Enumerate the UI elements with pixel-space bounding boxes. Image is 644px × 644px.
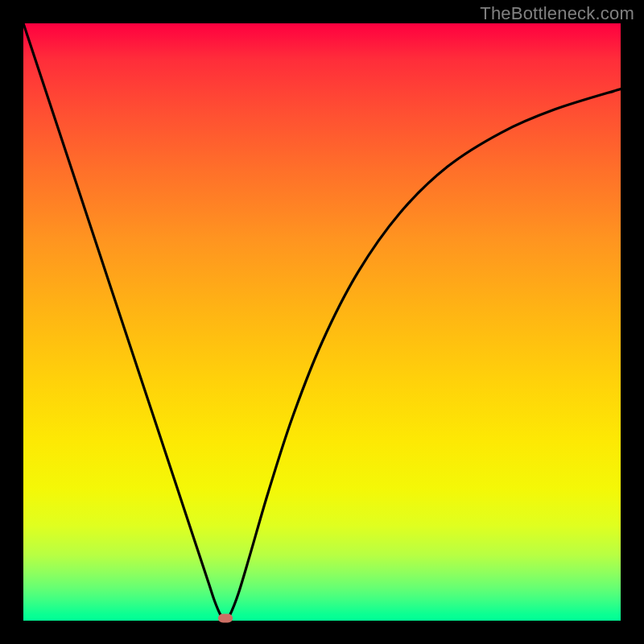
- chart-frame: TheBottleneck.com: [0, 0, 644, 644]
- bottleneck-curve: [23, 23, 621, 621]
- watermark-text: TheBottleneck.com: [480, 3, 634, 24]
- chart-plot-area: [23, 23, 621, 621]
- minimum-marker-icon: [218, 614, 233, 623]
